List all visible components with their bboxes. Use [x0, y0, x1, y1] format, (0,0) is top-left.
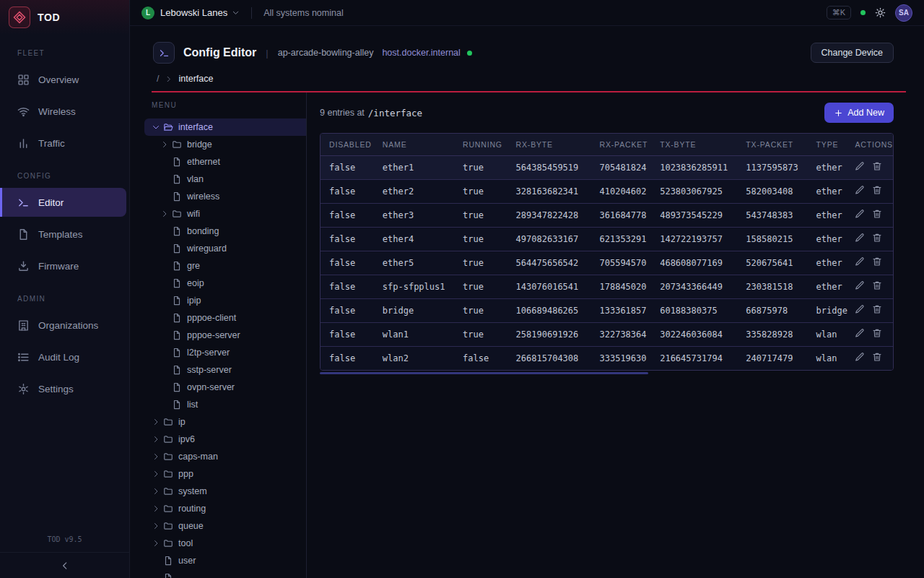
table-cell: 178845020 [591, 275, 652, 298]
delete-row-button[interactable] [872, 185, 882, 197]
app-logo: TOD [0, 0, 129, 35]
table-row[interactable]: falsebridgetrue1066894862651333618576018… [321, 298, 893, 322]
tree-item-list[interactable]: list [144, 396, 306, 413]
tree-item-routing[interactable]: routing [144, 500, 306, 517]
table-row[interactable]: falseether4true4970826331676213532911427… [321, 227, 893, 251]
delete-row-button[interactable] [872, 209, 882, 221]
table-row[interactable]: falsewlan2false2668157043083335196302166… [321, 346, 893, 370]
table-row[interactable]: falsewlan1true25819069192632273836430224… [321, 322, 893, 346]
sidebar-item-settings[interactable]: Settings [0, 374, 129, 403]
change-device-button[interactable]: Change Device [811, 43, 894, 63]
table-cell: false [321, 155, 374, 179]
add-new-button[interactable]: Add New [824, 103, 894, 123]
edit-row-button[interactable] [855, 328, 865, 340]
sidebar-item-editor[interactable]: Editor [0, 188, 126, 217]
tree-item-ppp[interactable]: ppp [144, 465, 306, 483]
tree-item-gre[interactable]: gre [144, 257, 306, 275]
delete-row-button[interactable] [872, 280, 882, 293]
delete-row-button[interactable] [872, 304, 882, 316]
sidebar: TOD FLEETOverviewWirelessTrafficCONFIGEd… [0, 0, 130, 578]
row-actions [849, 155, 893, 179]
tree-item-wifi[interactable]: wifi [144, 205, 306, 223]
gear-icon [17, 383, 30, 395]
sidebar-collapse-button[interactable] [0, 552, 129, 578]
sidebar-item-label: Overview [38, 74, 79, 85]
tree-item-user[interactable]: user [144, 552, 306, 569]
tree-item-l2tp-server[interactable]: l2tp-server [144, 344, 306, 361]
tree-item-label: caps-man [178, 452, 218, 462]
delete-row-button[interactable] [872, 352, 882, 364]
chevron-right-icon [152, 418, 160, 426]
tree-item-clipped[interactable] [144, 569, 306, 578]
tree-item-bonding[interactable]: bonding [144, 223, 306, 240]
table-cell: ether5 [374, 251, 454, 275]
edit-row-button[interactable] [855, 185, 865, 197]
org-avatar: L [141, 7, 154, 20]
user-avatar[interactable]: SA [895, 4, 912, 22]
file-icon [172, 157, 182, 167]
delete-row-button[interactable] [872, 256, 882, 269]
sidebar-item-audit-log[interactable]: Audit Log [0, 342, 129, 371]
column-header-disabled: DISABLED [321, 134, 374, 155]
edit-row-button[interactable] [855, 256, 865, 269]
command-palette-shortcut[interactable]: ⌘K [827, 6, 851, 20]
tree-item-sstp-server[interactable]: sstp-server [144, 361, 306, 379]
tree-item-ethernet[interactable]: ethernet [144, 153, 306, 171]
table-cell: false [321, 203, 374, 227]
table-row[interactable]: falseether1true5643854595197054818241023… [321, 155, 893, 179]
device-name: ap-arcade-bowling-alley [278, 48, 374, 58]
horizontal-scrollbar[interactable] [320, 372, 648, 374]
tree-item-label: wireless [187, 191, 219, 202]
tree-item-ovpn-server[interactable]: ovpn-server [144, 379, 306, 396]
tree-item-label: l2tp-server [187, 348, 230, 358]
sidebar-item-wireless[interactable]: Wireless [0, 97, 129, 126]
tree-item-vlan[interactable]: vlan [144, 171, 306, 188]
tree-item-ip[interactable]: ip [144, 413, 306, 431]
sidebar-item-templates[interactable]: Templates [0, 220, 129, 249]
menu-label: MENU [152, 101, 306, 110]
delete-row-button[interactable] [872, 233, 882, 245]
sidebar-item-firmware[interactable]: Firmware [0, 251, 129, 280]
tree-item-tool[interactable]: tool [144, 535, 306, 552]
tree-item-ipip[interactable]: ipip [144, 292, 306, 309]
folder-icon [163, 434, 173, 444]
plus-icon [834, 108, 843, 118]
sidebar-item-organizations[interactable]: Organizations [0, 311, 129, 340]
tree-item-wireless[interactable]: wireless [144, 188, 306, 205]
tree-item-system[interactable]: system [144, 483, 306, 500]
edit-row-button[interactable] [855, 233, 865, 245]
org-switcher[interactable]: L Lebowski Lanes [141, 7, 240, 20]
sidebar-item-traffic[interactable]: Traffic [0, 129, 129, 158]
tree-item-queue[interactable]: queue [144, 517, 306, 535]
chevron-spacer [160, 383, 169, 392]
chevron-spacer [152, 556, 160, 565]
table-cell: false [321, 275, 374, 298]
edit-row-button[interactable] [855, 352, 865, 364]
delete-row-button[interactable] [872, 328, 882, 340]
table-cell: true [454, 179, 507, 203]
delete-row-button[interactable] [872, 161, 882, 173]
sidebar-item-overview[interactable]: Overview [0, 65, 129, 94]
tree-item-pppoe-server[interactable]: pppoe-server [144, 327, 306, 344]
tree-item-pppoe-client[interactable]: pppoe-client [144, 309, 306, 327]
theme-toggle-sun-icon[interactable] [875, 7, 886, 18]
table-cell: true [454, 322, 507, 346]
tree-item-ipv6[interactable]: ipv6 [144, 431, 306, 448]
table-row[interactable]: falseether2true3281636823414102046025238… [321, 179, 893, 203]
tree-item-interface[interactable]: interface [144, 118, 306, 136]
tree-item-bridge[interactable]: bridge [144, 136, 306, 153]
table-row[interactable]: falseether3true2893478224283616847784893… [321, 203, 893, 227]
edit-row-button[interactable] [855, 280, 865, 293]
edit-row-button[interactable] [855, 304, 865, 316]
breadcrumb-root[interactable]: / [157, 74, 159, 84]
tree-item-caps-man[interactable]: caps-man [144, 448, 306, 465]
tree-item-eoip[interactable]: eoip [144, 275, 306, 292]
edit-row-button[interactable] [855, 161, 865, 173]
edit-row-button[interactable] [855, 209, 865, 221]
row-actions [849, 322, 893, 346]
table-row[interactable]: falsesfp-sfpplus1true1430760165411788450… [321, 275, 893, 298]
table-row[interactable]: falseether5true5644756565427055945704686… [321, 251, 893, 275]
tree-item-wireguard[interactable]: wireguard [144, 240, 306, 257]
table-cell: 207343366449 [651, 275, 737, 298]
file-icon [172, 226, 182, 236]
